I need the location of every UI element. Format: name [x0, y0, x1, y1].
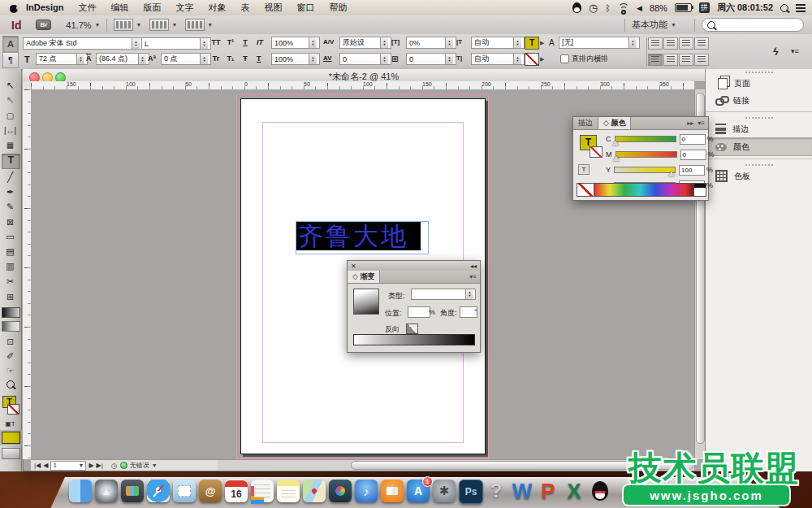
justify-last-left-button[interactable] — [694, 37, 709, 50]
dock-item-color[interactable]: 颜色 — [706, 137, 812, 156]
spectrum-ramp[interactable] — [594, 184, 693, 196]
align-right-button[interactable] — [679, 37, 693, 50]
note-tool[interactable]: ⊡ — [2, 335, 19, 349]
eyedropper-tool[interactable]: ✐ — [2, 350, 19, 363]
close-panel-icon[interactable]: ✕ — [351, 263, 356, 270]
location-field[interactable] — [408, 306, 430, 318]
white-swatch[interactable] — [693, 184, 706, 196]
line-tool[interactable]: ╱ — [2, 171, 19, 185]
time-machine-icon[interactable]: ◷ — [589, 2, 598, 14]
menu-type[interactable]: 文字 — [168, 0, 201, 15]
space-before-field[interactable]: 自动▲▼ — [471, 37, 525, 49]
reverse-gradient-icon[interactable] — [406, 323, 418, 334]
menu-file[interactable]: 文件 — [71, 0, 103, 15]
gradient-feather-tool[interactable] — [2, 321, 20, 332]
menu-help[interactable]: 帮助 — [322, 0, 354, 15]
tab-stroke[interactable]: 描边 — [573, 117, 598, 129]
content-collector-tool[interactable]: ▦ — [2, 138, 19, 152]
menu-window[interactable]: 窗口 — [289, 0, 322, 15]
first-page-button[interactable]: |◀ — [34, 462, 41, 469]
menubar-clock[interactable]: 周六 08:01:52 — [717, 2, 773, 14]
panel-menu-icon[interactable]: ▾≡ — [791, 47, 799, 55]
dock-missing-app-icon[interactable]: ? — [485, 480, 508, 502]
dock-item-stroke[interactable]: 描边 — [706, 120, 812, 137]
justify-full-button[interactable] — [694, 54, 709, 66]
menu-layout[interactable]: 版面 — [136, 0, 168, 15]
formatting-affects-text-button[interactable]: ▣T — [2, 417, 19, 431]
dock-contacts-icon[interactable]: @ — [199, 480, 222, 502]
menu-table[interactable]: 表 — [233, 0, 257, 15]
dock-word-icon[interactable]: W — [511, 480, 533, 502]
color-spectrum-bar[interactable] — [577, 183, 706, 197]
justify-right-button[interactable] — [679, 54, 693, 66]
dock-item-links[interactable]: 链接 — [706, 92, 812, 109]
zoom-level-dropdown[interactable]: 41.7%▼ — [66, 20, 100, 30]
apply-color-button[interactable] — [2, 432, 20, 444]
arrange-documents-button[interactable] — [185, 19, 205, 31]
yellow-slider[interactable] — [614, 167, 676, 173]
gradient-panel-menu-icon[interactable]: ▾≡ — [469, 273, 477, 280]
screen-mode-button[interactable] — [149, 19, 169, 31]
dock-powerpoint-icon[interactable]: P — [537, 480, 559, 502]
collapse-panel-icon[interactable]: ◂◂ — [470, 263, 477, 270]
bluetooth-icon[interactable]: ᛒ — [605, 3, 611, 13]
view-options-caret[interactable]: ▼ — [136, 22, 141, 28]
justify-all-button[interactable] — [648, 54, 663, 66]
dock-itunes-icon[interactable]: ♪ — [355, 480, 378, 502]
gradient-preview-swatch[interactable] — [353, 289, 379, 315]
next-page-button[interactable]: ▶ — [89, 462, 93, 469]
app-menu[interactable]: InDesign — [19, 0, 71, 15]
dock-maps-icon[interactable] — [303, 480, 326, 502]
dock-appstore-icon[interactable]: A1 — [407, 480, 430, 502]
align-center-button[interactable] — [663, 37, 678, 50]
bridge-button[interactable]: Br — [36, 20, 51, 30]
dock-item-pages[interactable]: 页面 — [706, 75, 812, 92]
font-size-field[interactable]: 72 点▲▼ — [36, 53, 88, 65]
grid-jidori-field[interactable]: 0▲▼ — [406, 53, 456, 65]
quick-apply-icon[interactable]: ϟ — [771, 46, 780, 58]
dock-qq-icon[interactable] — [589, 480, 611, 502]
subscript-button[interactable]: T₁ — [224, 53, 237, 64]
dock-item-swatches[interactable]: 色板 — [706, 167, 812, 185]
pencil-tool[interactable]: ✎ — [2, 200, 19, 214]
dock-notes-icon[interactable] — [277, 480, 300, 502]
font-style-field[interactable]: L▲▼ — [141, 37, 211, 50]
tatechuyoko-checkbox[interactable] — [560, 54, 569, 63]
dock-group-grip[interactable] — [706, 69, 812, 75]
text-selection-highlight[interactable]: 齐鲁大地 — [296, 222, 421, 250]
zoom-tool[interactable] — [2, 379, 19, 393]
dock-system-preferences-icon[interactable]: ✱ — [433, 480, 456, 502]
stroke-color-swatch[interactable] — [525, 53, 539, 66]
small-caps-button[interactable]: Tr — [209, 53, 222, 64]
tracking-field[interactable]: 0▲▼ — [339, 53, 391, 65]
dock-mail-icon[interactable] — [173, 480, 196, 502]
vertical-grid-tool[interactable]: ▥ — [2, 259, 19, 273]
character-style-dropdown[interactable]: [无]▲▼ — [559, 37, 640, 49]
volume-icon[interactable]: ◀ — [637, 4, 642, 12]
arrange-documents-caret[interactable]: ▼ — [207, 22, 213, 28]
notification-center-icon[interactable] — [796, 4, 806, 12]
horizontal-scale-field[interactable]: 100%▲▼ — [271, 53, 320, 65]
tab-color[interactable]: ◇ 颜色 — [598, 117, 631, 129]
pen-tool[interactable]: ✒ — [2, 185, 19, 199]
dock-safari-icon[interactable] — [147, 480, 170, 502]
fill-color-swatch[interactable]: T — [525, 37, 539, 50]
workspace-switcher[interactable]: 基本功能▼ — [632, 19, 676, 31]
magenta-slider[interactable] — [615, 151, 677, 158]
wifi-icon[interactable] — [618, 3, 629, 12]
dock-photoshop-icon[interactable]: Ps — [459, 480, 483, 504]
vertical-scale-field[interactable]: 100%▲▼ — [271, 37, 320, 49]
space-after-field[interactable]: 自动▲▼ — [471, 53, 525, 65]
page-number-field[interactable]: 1▼ — [50, 461, 86, 471]
baseline-shift-field[interactable]: 0 点▲▼ — [161, 53, 211, 65]
dock-reminders-icon[interactable] — [251, 480, 274, 502]
dock-calendar-icon[interactable]: 16 — [225, 480, 248, 502]
dock-mission-control-icon[interactable] — [121, 480, 144, 502]
gradient-ramp[interactable] — [353, 334, 475, 345]
hand-tool[interactable]: ☞ — [2, 364, 19, 378]
paragraph-formatting-button[interactable]: ¶ — [2, 52, 19, 68]
yellow-value-field[interactable]: 100 — [679, 165, 705, 176]
frame-tool[interactable]: ⊠ — [2, 215, 19, 229]
superscript-button[interactable]: T¹ — [224, 37, 237, 48]
apple-menu-icon[interactable] — [10, 3, 19, 13]
